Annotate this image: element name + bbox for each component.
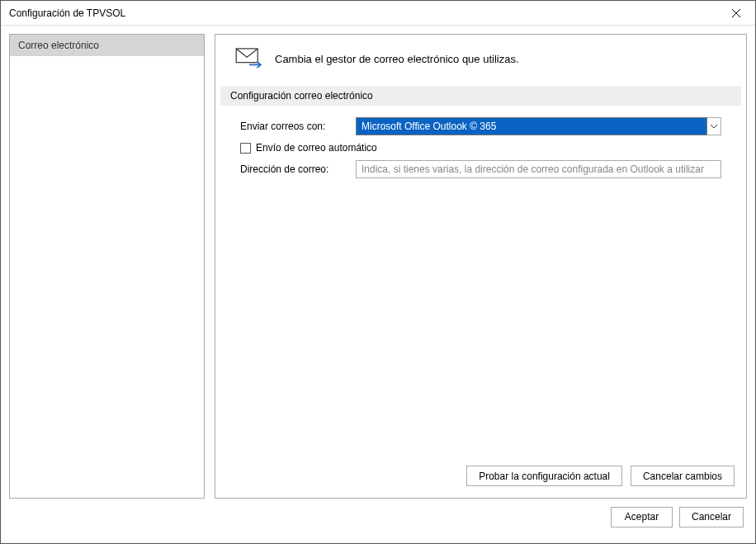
auto-send-label[interactable]: Envío de correo automático	[256, 142, 377, 154]
label-send-with: Enviar correos con:	[240, 121, 347, 132]
auto-send-checkbox-row: Envío de correo automático	[240, 142, 377, 154]
send-with-combo[interactable]: Microsoft Office Outlook © 365	[356, 117, 721, 135]
panels: Correo electrónico Cambia el gestor de c…	[9, 34, 747, 499]
section-title: Configuración correo electrónico	[220, 86, 741, 106]
main-panel: Cambia el gestor de correo electrónico q…	[215, 34, 747, 499]
content-area: Correo electrónico Cambia el gestor de c…	[1, 26, 755, 543]
auto-send-checkbox[interactable]	[240, 143, 251, 154]
panel-header-text: Cambia el gestor de correo electrónico q…	[275, 53, 519, 65]
chevron-down-icon	[711, 124, 717, 129]
envelope-icon	[235, 48, 263, 69]
window-title: Configuración de TPVSOL	[9, 7, 717, 19]
row-address: Dirección de correo:	[240, 160, 721, 178]
label-address: Dirección de correo:	[240, 163, 347, 175]
close-icon	[732, 9, 740, 17]
close-button[interactable]	[717, 1, 755, 26]
row-send-with: Enviar correos con: Microsoft Office Out…	[240, 117, 721, 135]
titlebar: Configuración de TPVSOL	[1, 1, 755, 26]
send-with-value: Microsoft Office Outlook © 365	[356, 117, 707, 135]
accept-button[interactable]: Aceptar	[611, 507, 673, 527]
sidebar-item-label: Correo electrónico	[18, 40, 99, 51]
config-window: Configuración de TPVSOL Correo electróni…	[0, 0, 756, 544]
panel-buttons: Probar la configuración actual Cancelar …	[215, 456, 746, 498]
address-input[interactable]	[356, 160, 721, 178]
test-config-button[interactable]: Probar la configuración actual	[466, 466, 622, 486]
form-area: Enviar correos con: Microsoft Office Out…	[215, 106, 746, 190]
panel-header: Cambia el gestor de correo electrónico q…	[215, 35, 746, 86]
dialog-buttons: Aceptar Cancelar	[9, 499, 747, 535]
cancel-changes-button[interactable]: Cancelar cambios	[631, 466, 735, 486]
row-auto-send: Envío de correo automático	[240, 142, 721, 154]
combo-dropdown-button[interactable]	[707, 117, 721, 135]
sidebar: Correo electrónico	[9, 34, 205, 499]
cancel-button[interactable]: Cancelar	[679, 507, 744, 527]
sidebar-item-email[interactable]: Correo electrónico	[10, 35, 204, 56]
